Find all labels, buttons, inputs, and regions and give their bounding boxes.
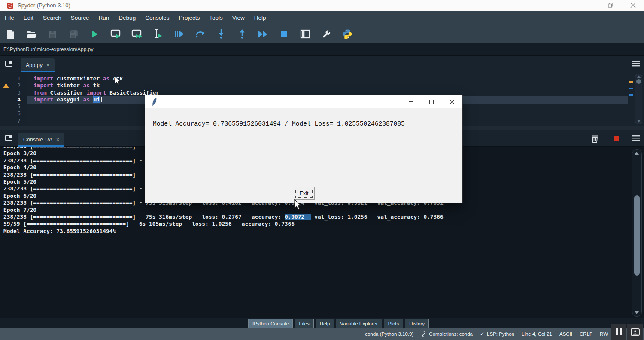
maximize-pane-icon[interactable] [300,28,310,40]
tab-app-py[interactable]: App.py × [21,58,55,72]
tab-label: App.py [26,62,43,68]
scroll-up-icon[interactable] [637,75,641,78]
code-line[interactable]: import customtkinter as ctk [33,75,159,82]
new-file-icon[interactable] [5,28,16,40]
menu-help[interactable]: Help [249,15,271,21]
menu-tools[interactable]: Tools [204,15,228,21]
exit-button[interactable]: Exit [294,187,314,199]
warning-flag [629,81,633,83]
tab-plots[interactable]: Plots [384,319,404,328]
run-current-line-icon[interactable] [194,28,205,40]
close-icon[interactable] [622,0,644,11]
pause-icon[interactable] [611,324,626,340]
encoding-status: ASCII [559,331,572,337]
code-lines: import customtkinter as ctk import tkint… [33,75,159,103]
line-number-gutter: 1 2 3 4 5 6 7 [0,72,27,126]
code-line-current[interactable]: import easygui as ui [33,96,159,103]
console-line[interactable]: Model Accuracy: 73.65591526031494% [3,228,444,235]
scroll-up-icon[interactable] [635,152,639,155]
stop-icon[interactable] [279,28,289,40]
dialog-message: Model Accuracy= 0.7365591526031494 / Mod… [153,120,405,127]
result-dialog: Model Accuracy= 0.7365591526031494 / Mod… [145,95,462,203]
code-line[interactable]: from Classifier import BasicClassifier [33,89,159,96]
run-icon[interactable] [89,28,100,40]
menu-source[interactable]: Source [66,15,94,21]
editor-options-menu-icon[interactable] [632,61,640,68]
browse-tabs-icon[interactable] [5,60,13,69]
continue-icon[interactable] [258,28,268,40]
tab-close-icon[interactable]: × [56,137,59,142]
file-path: E:\PythonRun\micro-expression\App.py [3,46,93,52]
tab-ipython-console[interactable]: IPython Console [248,319,293,328]
save-icon[interactable] [47,28,58,40]
scroll-down-icon[interactable] [635,311,639,314]
menu-view[interactable]: View [228,15,249,21]
console-scrollbar[interactable] [632,149,642,317]
tab-variable-explorer[interactable]: Variable Explorer [336,319,382,328]
breadcrumb: E:\PythonRun\micro-expression\App.py [0,43,644,56]
titlebar[interactable]: Spyder (Python 3.10) [0,0,644,11]
mouse-cursor [114,76,121,87]
menu-run[interactable]: Run [94,15,114,21]
console-options-menu-icon[interactable] [632,135,640,143]
dialog-minimize-icon[interactable] [401,95,421,108]
minimize-icon[interactable] [577,0,599,11]
scrollbar-thumb[interactable] [634,195,640,276]
save-all-icon[interactable] [68,28,79,40]
interpreter-status[interactable]: conda (Python 3.10.9) [365,331,413,337]
console-line[interactable]: 59/59 [==============================] -… [3,221,444,227]
scroll-down-icon[interactable] [637,120,641,123]
menu-projects[interactable]: Projects [174,15,204,21]
lsp-status[interactable]: ✓ LSP: Python [480,331,514,337]
tab-console-1a[interactable]: Console 1/A × [18,133,64,147]
cursor-position: Line 4, Col 21 [522,331,552,337]
dialog-maximize-icon[interactable] [421,95,442,108]
dialog-close-icon[interactable] [442,95,462,108]
line-number: 6 [0,110,21,117]
statusbar: conda (Python 3.10.9) Completions: conda… [0,328,644,340]
spyder-logo-icon [7,3,13,9]
run-selection-icon[interactable] [152,28,163,40]
dialog-titlebar[interactable] [145,95,462,108]
restore-icon[interactable] [599,0,622,11]
tab-close-icon[interactable]: × [46,63,49,68]
tab-files[interactable]: Files [295,319,313,328]
editor-scrollbar[interactable] [635,74,642,124]
tab-help[interactable]: Help [316,319,334,328]
browse-tabs-icon[interactable] [5,134,13,143]
step-into-icon[interactable] [216,28,226,40]
run-cell-advance-icon[interactable] [131,28,142,40]
text-caret [101,97,102,102]
menu-edit[interactable]: Edit [19,15,38,21]
console-line[interactable]: 238/238 [==============================]… [3,214,444,221]
remove-variables-icon[interactable] [591,134,598,144]
menu-file[interactable]: File [0,15,19,21]
code-line[interactable]: import tkinter as tk [33,82,159,89]
menu-consoles[interactable]: Consoles [140,15,174,21]
scrollbar-thumb[interactable] [636,79,641,84]
completions-status[interactable]: Completions: conda [421,331,473,338]
camera-preview-icon[interactable] [627,324,643,340]
debug-icon[interactable] [173,28,184,40]
line-number: 7 [0,117,21,124]
eol-status: CRLF [580,331,592,337]
toolbar: E:\PythonRun\micro-expression [0,25,644,43]
selected-text: ui [93,96,100,103]
selected-text: 0.9072 - [285,214,311,220]
pythonpath-icon[interactable] [342,28,352,40]
completions-icon [421,331,426,338]
open-file-icon[interactable] [26,28,37,40]
tab-label: Console 1/A [23,137,52,143]
change-flag [629,94,633,96]
menu-search[interactable]: Search [38,15,66,21]
line-number-current: 4 [0,96,21,103]
run-cell-icon[interactable] [110,28,121,40]
scrollflag-column [628,72,634,126]
interrupt-kernel-icon[interactable] [614,136,619,141]
editor-tabbar: App.py × [0,56,644,72]
tab-history[interactable]: History [405,319,429,328]
menu-debug[interactable]: Debug [114,15,140,21]
console-line[interactable]: Epoch 7/20 [3,207,444,214]
preferences-icon[interactable] [321,28,331,40]
step-out-icon[interactable] [237,28,247,40]
